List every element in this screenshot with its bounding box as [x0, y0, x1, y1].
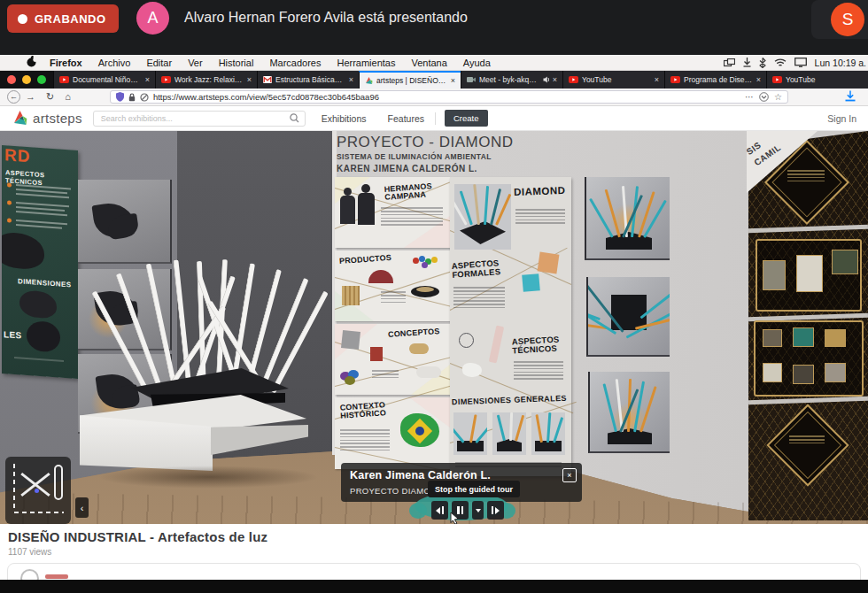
tab-close-icon[interactable]: × [247, 75, 252, 84]
apple-menu[interactable] [0, 56, 42, 69]
dimension-photo-1 [453, 412, 487, 455]
artsteps-logo[interactable]: artsteps [0, 110, 82, 127]
youtube-favicon [161, 76, 171, 83]
framed-stick-artwork-2[interactable] [586, 277, 670, 357]
record-dot-icon [18, 14, 27, 24]
red-chair-image [368, 270, 393, 283]
artsteps-header: artsteps Exhibitions Features Create Sig… [0, 106, 868, 131]
menu-archivo[interactable]: Archivo [90, 58, 139, 68]
tab-youtube-2[interactable]: YouTube [766, 71, 868, 89]
poster-heading: CONCEPTOS [388, 327, 440, 340]
self-avatar[interactable]: S [831, 3, 864, 36]
previous-step-button[interactable] [431, 501, 448, 520]
menu-editar[interactable]: Editar [138, 58, 180, 68]
poster-heading: CONTEXTO HISTÓRICO [339, 401, 386, 420]
shield-icon[interactable] [116, 92, 124, 102]
input-arrow-icon[interactable] [743, 58, 751, 67]
tab-close-icon[interactable]: × [451, 76, 455, 85]
browser-toolbar: ← → ↻ ⌂ https://www.artsteps.com/view/5e… [0, 89, 868, 106]
pocket-icon[interactable] [759, 92, 769, 102]
maximize-window-button[interactable] [37, 75, 46, 84]
bluetooth-icon[interactable] [759, 58, 766, 68]
tooltip-close-button[interactable]: × [562, 468, 577, 482]
brazil-flag-circle [415, 427, 424, 435]
back-button[interactable]: ← [7, 90, 20, 104]
search-icon[interactable] [290, 113, 299, 123]
url-address-field[interactable]: https://www.artsteps.com/view/5ec57cd087… [110, 90, 788, 104]
poster-campana-s1: HERMANOS CAMPANA [335, 177, 450, 248]
tab-close-icon[interactable]: × [756, 75, 761, 84]
reload-button[interactable]: ↻ [41, 92, 59, 102]
tab-youtube-1[interactable]: YouTube × [562, 71, 664, 89]
wifi-icon[interactable] [774, 58, 787, 67]
speaker-icon[interactable] [543, 76, 549, 83]
bookmark-star-icon[interactable]: ☆ [774, 92, 782, 102]
display-icon[interactable] [794, 58, 807, 67]
window-controls [0, 71, 53, 89]
tab-close-icon[interactable]: × [553, 75, 557, 84]
lamp-photo-shape [2, 231, 44, 270]
forward-button[interactable]: → [20, 92, 41, 102]
framed-artwork-lamp-1[interactable] [78, 180, 172, 264]
wall-title-line3: KAREN JIMENA CALDERÓN L. [337, 164, 513, 173]
home-button[interactable]: ⌂ [59, 92, 76, 102]
tab-work-jazz[interactable]: Work Jazz: Relaxing Jazz Hip × [155, 71, 257, 89]
nav-features[interactable]: Features [377, 113, 435, 124]
tab-close-icon[interactable]: × [655, 75, 659, 84]
presenter-avatar: A [136, 2, 169, 35]
framed-stick-artwork-1[interactable] [585, 177, 670, 260]
next-step-button[interactable] [487, 501, 504, 520]
tour-options-button[interactable] [472, 501, 484, 520]
stick-sculpture-3d-model[interactable] [137, 259, 297, 392]
search-box[interactable] [93, 111, 306, 127]
caret-down-icon [476, 509, 481, 512]
tab-estructura[interactable]: Estructura Básicas y referent × [257, 71, 359, 89]
menu-marcadores[interactable]: Marcadores [261, 58, 329, 68]
create-button[interactable]: Create [445, 110, 488, 127]
prev-bar [442, 506, 444, 514]
mirror-icon[interactable] [724, 58, 735, 67]
menu-ver[interactable]: Ver [180, 58, 211, 68]
wall-title-line1: PROYECTO - DIAMOND [337, 134, 513, 151]
poster-campana-s2: PRODUCTOS [335, 250, 450, 321]
teal-poster-heading-dimensiones: DIMENSIONES [18, 277, 71, 289]
presenter-status-text: Alvaro Hernan Forero Avila está presenta… [184, 10, 468, 26]
url-text: https://www.artsteps.com/view/5ec57cd087… [153, 92, 740, 102]
poster-campana-s4: CONTEXTO HISTÓRICO [335, 397, 450, 469]
menu-historial[interactable]: Historial [211, 58, 262, 68]
minimize-window-button[interactable] [22, 75, 31, 84]
menu-herramientas[interactable]: Herramientas [329, 58, 403, 68]
menu-ventana[interactable]: Ventana [403, 58, 454, 68]
poster-campana[interactable]: HERMANOS CAMPANA PRODUCTOS [335, 177, 450, 469]
menu-bar-clock[interactable]: Lun 10:19 a. [815, 58, 866, 68]
tab-programa[interactable]: Programa de Diseño Industria × [664, 71, 766, 89]
tab-close-icon[interactable]: × [145, 75, 150, 84]
tab-close-icon[interactable]: × [349, 75, 353, 84]
tab-documental[interactable]: Documental Niños Rosados y × [53, 71, 155, 89]
tab-meet[interactable]: Meet - byk-akqo-bsp × [461, 71, 562, 89]
deco-poster-wall[interactable] [748, 131, 868, 520]
menu-firefox[interactable]: Firefox [42, 58, 90, 68]
browser-tab-strip: Documental Niños Rosados y × Work Jazz: … [0, 71, 868, 89]
minimap[interactable] [5, 457, 71, 524]
screen: GRABANDO A Alvaro Hernan Forero Avila es… [0, 0, 868, 593]
download-icon[interactable] [845, 90, 856, 102]
framed-stick-artwork-3[interactable] [588, 372, 670, 453]
exhibition-3d-view[interactable]: RD ASPECTOS TÉCNICOS DIMENSIONES LES [0, 131, 868, 524]
lock-icon[interactable] [128, 93, 136, 102]
wall-exhibit-title: PROYECTO - DIAMOND SISTEMA DE ILUMINACIÓ… [337, 134, 513, 173]
minimap-collapse-button[interactable]: ‹ [75, 497, 89, 518]
permissions-icon[interactable] [140, 93, 149, 102]
sign-in-link[interactable]: Sign In [827, 113, 868, 124]
dimension-line [14, 357, 64, 361]
search-input[interactable] [99, 113, 286, 124]
recording-badge: GRABANDO [7, 4, 119, 33]
close-window-button[interactable] [7, 75, 16, 84]
gmail-favicon [263, 76, 272, 83]
more-options-icon[interactable]: ⋯ [745, 92, 754, 102]
teal-infographic-poster[interactable]: RD ASPECTOS TÉCNICOS DIMENSIONES LES [2, 145, 78, 379]
menu-ayuda[interactable]: Ayuda [455, 58, 499, 68]
tab-artsteps-active[interactable]: artsteps | DISEÑO INDUSTRIA × [359, 71, 461, 89]
poster-diamond[interactable]: DIAMOND ASPECTOS FORMALES ASPECTOS TÉCNI… [450, 177, 571, 476]
nav-exhibitions[interactable]: Exhibitions [311, 113, 377, 124]
